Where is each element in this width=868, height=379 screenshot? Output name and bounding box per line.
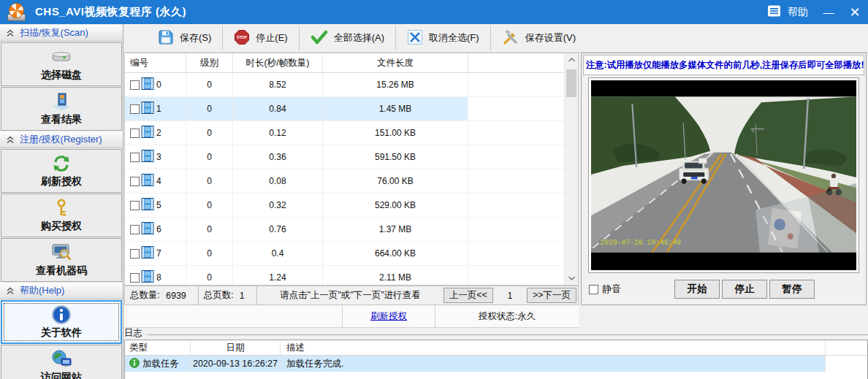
disk-drive-icon <box>50 47 72 66</box>
col-header-id[interactable]: 编号 <box>130 57 148 69</box>
website-icon <box>50 350 72 369</box>
video-preview: 2020-07-28 10:46:48 <box>591 80 856 270</box>
sidebar: 扫描/恢复(Scan) 选择磁盘 查看结果 注册/授权(Register) 刷新… <box>0 24 123 379</box>
log-col-type[interactable]: 类型 <box>129 342 148 354</box>
pause-button[interactable]: 暂停 <box>769 280 815 299</box>
col-header-level[interactable]: 级别 <box>186 57 232 69</box>
close-button[interactable]: ✕ <box>842 0 868 24</box>
row-checkbox[interactable] <box>130 129 140 138</box>
video-file-icon <box>140 150 155 164</box>
chevron-up-double-icon <box>7 29 14 37</box>
scrollbar-up-icon[interactable] <box>565 53 578 66</box>
video-file-icon <box>140 270 155 285</box>
pagination-bar: 总数量: 6939 总页数: 1 请点击"上一页"或"下一页"进行查看 上一页<… <box>124 286 579 305</box>
titlebar: CHS_AVI视频恢复程序 (永久) 帮助 — ✕ <box>0 0 868 24</box>
row-checkbox[interactable] <box>130 225 140 234</box>
video-file-icon <box>140 126 155 140</box>
table-row[interactable]: 0 0 8.52 15.26 MB <box>125 73 564 97</box>
table-row[interactable]: 4 0 0.08 76.00 KB <box>125 169 564 194</box>
log-row[interactable]: 加载任务 2020-09-13 16:26:27 加载任务完成. <box>125 356 867 372</box>
sidebar-item-view-results[interactable]: 查看结果 <box>1 87 122 131</box>
row-checkbox[interactable] <box>130 80 140 90</box>
minimize-button[interactable]: — <box>815 0 842 24</box>
row-checkbox[interactable] <box>130 177 140 186</box>
select-all-button[interactable]: 全部选择(A) <box>300 27 395 49</box>
log-group-label: 日志 <box>124 327 142 340</box>
table-scrollbar[interactable] <box>564 53 578 285</box>
sidebar-section-help[interactable]: 帮助(Help) <box>0 282 123 299</box>
mute-toggle[interactable]: 静音 <box>589 283 621 296</box>
video-file-icon <box>140 198 155 213</box>
scrollbar-down-icon[interactable] <box>565 272 578 285</box>
log-col-desc[interactable]: 描述 <box>286 342 305 354</box>
player-panel: 注意:试用播放仅能播放多媒体文件的前几秒,注册保存后即可全部播放! <box>581 53 867 305</box>
row-checkbox[interactable] <box>130 273 140 283</box>
table-row[interactable]: 5 0 0.32 529.00 KB <box>125 194 564 218</box>
row-checkbox[interactable] <box>130 153 140 162</box>
svg-text:STOP: STOP <box>237 35 248 39</box>
license-status: 授权状态:永久 <box>435 310 579 323</box>
current-page-value: 1 <box>493 291 527 301</box>
machine-code-icon <box>50 243 72 262</box>
col-header-size[interactable]: 文件长度 <box>323 57 468 69</box>
refresh-icon <box>52 154 71 173</box>
help-doc-icon <box>766 4 783 20</box>
player-controls: 静音 开始 停止 暂停 <box>582 280 866 299</box>
white-car <box>679 158 709 184</box>
row-checkbox[interactable] <box>130 201 140 210</box>
total-count-label: 总数量: <box>130 289 160 302</box>
stop-playback-button[interactable]: 停止 <box>722 280 767 299</box>
next-page-button[interactable]: >>下一页 <box>527 288 576 303</box>
video-file-icon <box>140 246 155 261</box>
log-table: 类型 日期 描述 加载任务 2020-09-13 16:26:27 加载任务完成… <box>124 340 868 379</box>
license-row: 刷新授权 授权状态:永久 <box>124 305 579 328</box>
chevron-up-double-icon <box>7 287 14 295</box>
table-row[interactable]: 6 0 0.76 1.37 MB <box>125 218 564 242</box>
refresh-license-link[interactable]: 刷新授权 <box>370 310 407 323</box>
scrollbar-thumb[interactable] <box>566 69 576 97</box>
app-icon <box>7 3 26 21</box>
video-file-icon <box>140 174 155 188</box>
info-icon <box>51 305 72 324</box>
save-button[interactable]: 保存(S) <box>147 27 222 49</box>
help-button[interactable]: 帮助 <box>759 0 815 24</box>
sidebar-section-scan[interactable]: 扫描/恢复(Scan) <box>0 24 123 42</box>
video-file-icon <box>140 102 155 116</box>
table-row[interactable]: 2 0 0.12 151.00 KB <box>125 121 564 145</box>
sidebar-section-register[interactable]: 注册/授权(Register) <box>0 131 123 148</box>
sidebar-item-buy-license[interactable]: 购买授权 <box>1 194 122 237</box>
sidebar-item-website[interactable]: 访问网站 <box>1 345 122 379</box>
window-title: CHS_AVI视频恢复程序 (永久) <box>35 5 186 19</box>
save-icon <box>158 29 174 47</box>
start-button[interactable]: 开始 <box>674 280 720 299</box>
table-row[interactable]: 3 0 0.36 591.50 KB <box>125 145 564 169</box>
select-all-icon <box>311 30 328 47</box>
stop-icon: STOP <box>234 29 250 47</box>
table-row[interactable]: 8 0 1.24 2.11 MB <box>125 266 564 285</box>
log-info-icon <box>129 358 140 370</box>
mute-checkbox[interactable] <box>589 285 598 294</box>
pagination-hint: 请点击"上一页"或"下一页"进行查看 <box>257 289 443 302</box>
sidebar-item-refresh-license[interactable]: 刷新授权 <box>1 149 122 193</box>
row-checkbox[interactable] <box>130 249 140 259</box>
key-icon <box>55 199 68 218</box>
sidebar-item-about[interactable]: 关于软件 <box>1 300 122 344</box>
deselect-all-button[interactable]: 取消全选(F) <box>396 27 490 49</box>
table-row-selected[interactable]: 1 0 0.84 1.45 MB <box>125 97 564 121</box>
prev-page-button[interactable]: 上一页<< <box>443 288 493 303</box>
results-table: 编号 级别 时长(秒/帧数量) 文件长度 0 0 8.52 15.26 MB 1… <box>124 53 579 286</box>
video-file-icon <box>140 222 155 237</box>
row-checkbox[interactable] <box>130 104 140 114</box>
sidebar-item-machine-code[interactable]: 查看机器码 <box>1 238 122 282</box>
mute-label: 静音 <box>602 283 621 296</box>
table-row[interactable]: 7 0 0.4 664.00 KB <box>125 242 564 266</box>
save-settings-button[interactable]: 保存设置(V) <box>491 27 587 49</box>
table-header-row: 编号 级别 时长(秒/帧数量) 文件长度 <box>125 53 564 73</box>
video-file-icon <box>140 77 155 92</box>
col-header-duration[interactable]: 时长(秒/帧数量) <box>233 57 322 69</box>
log-group: 日志 类型 日期 描述 加载任务 2020-09-13 16:26:27 加载任… <box>124 328 868 379</box>
log-col-date[interactable]: 日期 <box>226 342 245 354</box>
toolbar: 保存(S) STOP 停止(E) 全部选择(A) 取消全选(F) <box>123 24 868 53</box>
stop-button[interactable]: STOP 停止(E) <box>223 27 298 49</box>
sidebar-item-select-disk[interactable]: 选择磁盘 <box>1 42 122 86</box>
